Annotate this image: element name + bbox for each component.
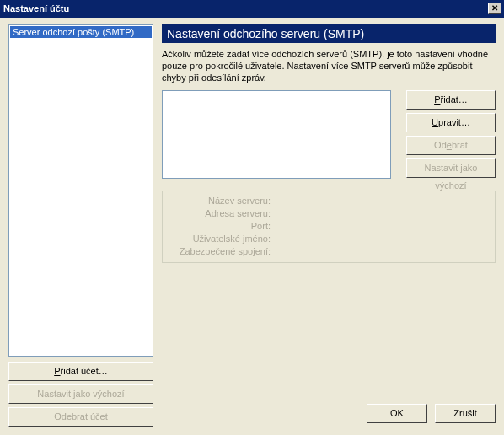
- cancel-button[interactable]: Zrušit: [435, 404, 496, 423]
- remove-server-button: Odebrat: [406, 136, 496, 155]
- list-area: Přidat… Upravit… Odebrat Nastavit jako v…: [162, 90, 496, 179]
- panel-heading: Nastavení odchozího serveru (SMTP): [162, 24, 496, 43]
- set-default-account-button: Nastavit jako výchozí: [8, 384, 153, 404]
- footer-buttons: OK Zrušit: [362, 404, 496, 427]
- sidebar: Server odchozí pošty (SMTP) Přidat účet……: [8, 24, 153, 430]
- window-title: Nastavení účtu: [3, 3, 69, 13]
- tree-item-smtp[interactable]: Server odchozí pošty (SMTP): [10, 26, 152, 38]
- account-tree[interactable]: Server odchozí pošty (SMTP): [8, 24, 153, 357]
- main-panel: Nastavení odchozího serveru (SMTP) Ačkol…: [162, 24, 496, 400]
- edit-server-button[interactable]: Upravit…: [406, 113, 496, 132]
- content: Server odchozí pošty (SMTP) Přidat účet……: [0, 18, 504, 435]
- titlebar: Nastavení účtu ✕: [0, 0, 504, 18]
- list-buttons: Přidat… Upravit… Odebrat Nastavit jako v…: [406, 90, 496, 181]
- remove-account-button: Odebrat účet: [8, 407, 153, 427]
- close-button[interactable]: ✕: [488, 3, 501, 14]
- secure-connection-label: Zabezpečené spojení:: [169, 245, 271, 258]
- server-address-label: Adresa serveru:: [169, 207, 271, 220]
- sidebar-buttons: Přidat účet… Nastavit jako výchozí Odebr…: [8, 362, 153, 427]
- username-label: Uživatelské jméno:: [169, 233, 271, 245]
- smtp-server-list[interactable]: [162, 90, 391, 179]
- panel-description: Ačkoliv můžete zadat více odchozích serv…: [162, 43, 496, 90]
- server-details: Název serveru: Adresa serveru: Port: Uži…: [162, 191, 496, 263]
- set-default-server-button: Nastavit jako výchozí: [406, 158, 496, 178]
- port-label: Port:: [169, 220, 271, 233]
- ok-button[interactable]: OK: [367, 404, 427, 423]
- add-server-button[interactable]: Přidat…: [406, 90, 496, 110]
- server-name-label: Název serveru:: [169, 195, 271, 207]
- add-account-button[interactable]: Přidat účet…: [8, 362, 153, 381]
